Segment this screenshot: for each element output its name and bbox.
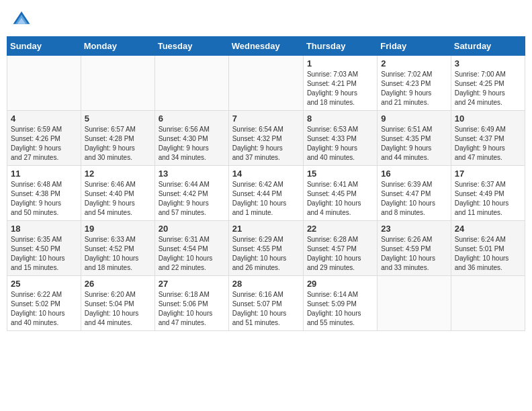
calendar-week-row: 11Sunrise: 6:48 AM Sunset: 4:38 PM Dayli… — [7, 166, 525, 221]
day-of-week-header: Wednesday — [228, 37, 303, 56]
day-info: Sunrise: 6:48 AM Sunset: 4:38 PM Dayligh… — [11, 180, 77, 218]
day-number: 25 — [11, 279, 77, 289]
day-info: Sunrise: 6:49 AM Sunset: 4:37 PM Dayligh… — [455, 125, 521, 163]
day-info: Sunrise: 6:37 AM Sunset: 4:49 PM Dayligh… — [455, 180, 521, 218]
day-number: 22 — [307, 224, 373, 234]
day-info: Sunrise: 6:41 AM Sunset: 4:45 PM Dayligh… — [307, 180, 373, 218]
day-info: Sunrise: 6:16 AM Sunset: 5:07 PM Dayligh… — [232, 290, 300, 328]
day-number: 15 — [307, 169, 373, 179]
calendar-cell: 4Sunrise: 6:59 AM Sunset: 4:26 PM Daylig… — [7, 111, 81, 166]
day-info: Sunrise: 6:54 AM Sunset: 4:32 PM Dayligh… — [232, 125, 300, 163]
day-info: Sunrise: 6:26 AM Sunset: 4:59 PM Dayligh… — [381, 235, 447, 273]
day-number: 29 — [307, 279, 373, 289]
calendar-week-row: 1Sunrise: 7:03 AM Sunset: 4:21 PM Daylig… — [7, 56, 525, 111]
calendar-cell: 26Sunrise: 6:20 AM Sunset: 5:04 PM Dayli… — [81, 276, 154, 331]
calendar-cell: 9Sunrise: 6:51 AM Sunset: 4:35 PM Daylig… — [378, 111, 451, 166]
calendar-cell: 17Sunrise: 6:37 AM Sunset: 4:49 PM Dayli… — [451, 166, 525, 221]
calendar-cell — [7, 56, 81, 111]
calendar-cell: 19Sunrise: 6:33 AM Sunset: 4:52 PM Dayli… — [81, 221, 154, 276]
day-info: Sunrise: 6:18 AM Sunset: 5:06 PM Dayligh… — [159, 290, 225, 328]
calendar-cell: 16Sunrise: 6:39 AM Sunset: 4:47 PM Dayli… — [378, 166, 451, 221]
day-info: Sunrise: 6:56 AM Sunset: 4:30 PM Dayligh… — [159, 125, 225, 163]
day-number: 28 — [232, 279, 300, 289]
day-info: Sunrise: 6:35 AM Sunset: 4:50 PM Dayligh… — [11, 235, 77, 273]
calendar-cell: 10Sunrise: 6:49 AM Sunset: 4:37 PM Dayli… — [451, 111, 525, 166]
day-number: 20 — [159, 224, 225, 234]
day-of-week-header: Sunday — [7, 37, 81, 56]
day-number: 11 — [11, 169, 77, 179]
day-info: Sunrise: 6:53 AM Sunset: 4:33 PM Dayligh… — [307, 125, 373, 163]
calendar-cell — [154, 56, 228, 111]
day-info: Sunrise: 6:33 AM Sunset: 4:52 PM Dayligh… — [85, 235, 151, 273]
day-number: 5 — [85, 113, 151, 124]
day-info: Sunrise: 6:42 AM Sunset: 4:44 PM Dayligh… — [232, 180, 300, 218]
page-header — [7, 7, 525, 31]
day-number: 23 — [381, 224, 447, 234]
day-number: 3 — [455, 58, 521, 68]
day-number: 9 — [381, 113, 447, 124]
day-info: Sunrise: 6:46 AM Sunset: 4:40 PM Dayligh… — [85, 180, 151, 218]
calendar-cell: 11Sunrise: 6:48 AM Sunset: 4:38 PM Dayli… — [7, 166, 81, 221]
day-of-week-header: Saturday — [451, 37, 525, 56]
day-info: Sunrise: 6:44 AM Sunset: 4:42 PM Dayligh… — [159, 180, 225, 218]
day-info: Sunrise: 6:51 AM Sunset: 4:35 PM Dayligh… — [381, 125, 447, 163]
day-info: Sunrise: 7:00 AM Sunset: 4:25 PM Dayligh… — [455, 70, 521, 107]
day-number: 14 — [232, 169, 300, 179]
day-info: Sunrise: 7:03 AM Sunset: 4:21 PM Dayligh… — [307, 70, 373, 107]
calendar-cell: 7Sunrise: 6:54 AM Sunset: 4:32 PM Daylig… — [228, 111, 303, 166]
day-info: Sunrise: 6:31 AM Sunset: 4:54 PM Dayligh… — [159, 235, 225, 273]
day-number: 13 — [159, 169, 225, 179]
day-info: Sunrise: 6:29 AM Sunset: 4:55 PM Dayligh… — [232, 235, 300, 273]
calendar-cell: 12Sunrise: 6:46 AM Sunset: 4:40 PM Dayli… — [81, 166, 154, 221]
day-number: 4 — [11, 113, 77, 124]
calendar-cell: 14Sunrise: 6:42 AM Sunset: 4:44 PM Dayli… — [228, 166, 303, 221]
day-number: 19 — [85, 224, 151, 234]
calendar-cell — [81, 56, 154, 111]
day-info: Sunrise: 6:24 AM Sunset: 5:01 PM Dayligh… — [455, 235, 521, 273]
logo-icon — [12, 9, 31, 28]
calendar-cell: 8Sunrise: 6:53 AM Sunset: 4:33 PM Daylig… — [303, 111, 377, 166]
day-number: 12 — [85, 169, 151, 179]
calendar-cell: 29Sunrise: 6:14 AM Sunset: 5:09 PM Dayli… — [303, 276, 377, 331]
calendar-cell: 3Sunrise: 7:00 AM Sunset: 4:25 PM Daylig… — [451, 56, 525, 111]
day-number: 16 — [381, 169, 447, 179]
day-number: 21 — [232, 224, 300, 234]
calendar-week-row: 25Sunrise: 6:22 AM Sunset: 5:02 PM Dayli… — [7, 276, 525, 331]
calendar-cell — [378, 276, 451, 331]
calendar-cell: 2Sunrise: 7:02 AM Sunset: 4:23 PM Daylig… — [378, 56, 451, 111]
day-number: 7 — [232, 113, 300, 124]
day-of-week-header: Thursday — [303, 37, 377, 56]
day-info: Sunrise: 6:20 AM Sunset: 5:04 PM Dayligh… — [85, 290, 151, 328]
calendar-cell: 13Sunrise: 6:44 AM Sunset: 4:42 PM Dayli… — [154, 166, 228, 221]
calendar-cell: 5Sunrise: 6:57 AM Sunset: 4:28 PM Daylig… — [81, 111, 154, 166]
calendar-cell: 23Sunrise: 6:26 AM Sunset: 4:59 PM Dayli… — [378, 221, 451, 276]
day-number: 26 — [85, 279, 151, 289]
day-info: Sunrise: 6:22 AM Sunset: 5:02 PM Dayligh… — [11, 290, 77, 328]
day-number: 17 — [455, 169, 521, 179]
calendar-cell: 25Sunrise: 6:22 AM Sunset: 5:02 PM Dayli… — [7, 276, 81, 331]
calendar-cell: 21Sunrise: 6:29 AM Sunset: 4:55 PM Dayli… — [228, 221, 303, 276]
calendar-cell: 18Sunrise: 6:35 AM Sunset: 4:50 PM Dayli… — [7, 221, 81, 276]
day-info: Sunrise: 6:59 AM Sunset: 4:26 PM Dayligh… — [11, 125, 77, 163]
day-info: Sunrise: 6:57 AM Sunset: 4:28 PM Dayligh… — [85, 125, 151, 163]
day-number: 10 — [455, 113, 521, 124]
day-number: 24 — [455, 224, 521, 234]
calendar-cell: 20Sunrise: 6:31 AM Sunset: 4:54 PM Dayli… — [154, 221, 228, 276]
calendar-cell: 1Sunrise: 7:03 AM Sunset: 4:21 PM Daylig… — [303, 56, 377, 111]
calendar-cell — [228, 56, 303, 111]
day-number: 2 — [381, 58, 447, 68]
day-number: 27 — [159, 279, 225, 289]
calendar-cell: 15Sunrise: 6:41 AM Sunset: 4:45 PM Dayli… — [303, 166, 377, 221]
calendar-table: SundayMondayTuesdayWednesdayThursdayFrid… — [7, 36, 525, 331]
day-info: Sunrise: 6:39 AM Sunset: 4:47 PM Dayligh… — [381, 180, 447, 218]
day-of-week-header: Monday — [81, 37, 154, 56]
day-number: 18 — [11, 224, 77, 234]
calendar-cell: 24Sunrise: 6:24 AM Sunset: 5:01 PM Dayli… — [451, 221, 525, 276]
calendar-header-row: SundayMondayTuesdayWednesdayThursdayFrid… — [7, 37, 525, 56]
day-info: Sunrise: 6:14 AM Sunset: 5:09 PM Dayligh… — [307, 290, 373, 328]
calendar-week-row: 4Sunrise: 6:59 AM Sunset: 4:26 PM Daylig… — [7, 111, 525, 166]
day-of-week-header: Friday — [378, 37, 451, 56]
calendar-cell: 6Sunrise: 6:56 AM Sunset: 4:30 PM Daylig… — [154, 111, 228, 166]
day-info: Sunrise: 7:02 AM Sunset: 4:23 PM Dayligh… — [381, 70, 447, 107]
calendar-cell: 27Sunrise: 6:18 AM Sunset: 5:06 PM Dayli… — [154, 276, 228, 331]
